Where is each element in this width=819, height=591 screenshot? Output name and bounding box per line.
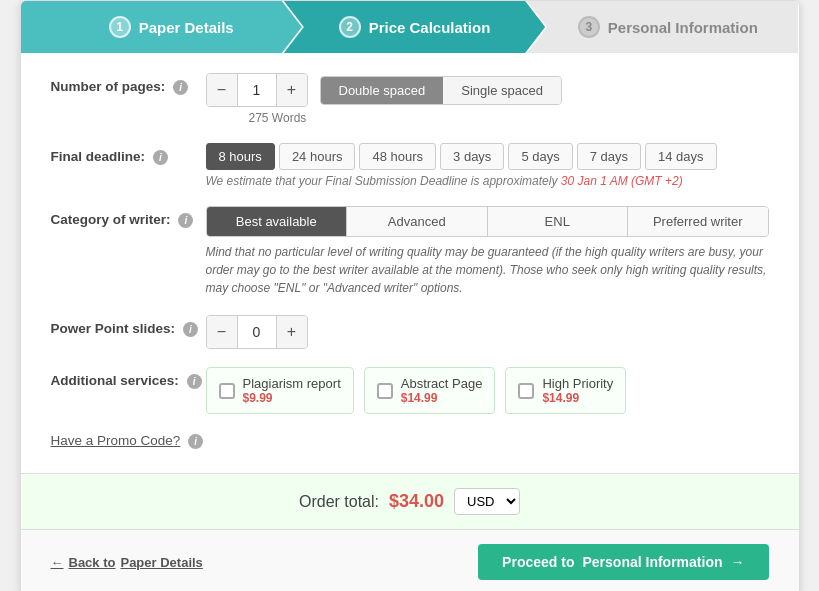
additional-row: Additional services: i Plagiarism report… (51, 367, 769, 414)
writer-preferred-button[interactable]: Preferred writer (628, 207, 768, 236)
writer-controls: Best available Advanced ENL Preferred wr… (206, 206, 769, 297)
writer-label: Category of writer: i (51, 206, 206, 228)
deadline-7d-button[interactable]: 7 days (577, 143, 641, 170)
order-total-value: $34.00 (389, 491, 444, 512)
deadline-group: 8 hours 24 hours 48 hours 3 days 5 days … (206, 143, 769, 170)
spacing-group: Double spaced Single spaced (320, 76, 562, 105)
step-price-calculation[interactable]: 2 Price Calculation (284, 1, 545, 53)
deadline-info-icon[interactable]: i (153, 150, 168, 165)
pages-info-icon[interactable]: i (173, 80, 188, 95)
deadline-row: Final deadline: i 8 hours 24 hours 48 ho… (51, 143, 769, 188)
deadline-controls: 8 hours 24 hours 48 hours 3 days 5 days … (206, 143, 769, 188)
deadline-14d-button[interactable]: 14 days (645, 143, 717, 170)
step-personal-info[interactable]: 3 Personal Information (527, 1, 798, 53)
pages-value-input[interactable] (237, 74, 277, 106)
slides-controls: − + (206, 315, 769, 349)
pages-minus-button[interactable]: − (207, 74, 237, 106)
pages-plus-button[interactable]: + (277, 74, 307, 106)
deadline-5d-button[interactable]: 5 days (508, 143, 572, 170)
services-group: Plagiarism report $9.99 Abstract Page $1… (206, 367, 769, 414)
deadline-3d-button[interactable]: 3 days (440, 143, 504, 170)
plagiarism-checkbox[interactable] (219, 383, 235, 399)
deadline-24h-button[interactable]: 24 hours (279, 143, 356, 170)
words-label: 275 Words (249, 111, 769, 125)
form-area: Number of pages: i − + Double spaced Sin… (21, 53, 799, 473)
deadline-note: We estimate that your Final Submission D… (206, 174, 769, 188)
plagiarism-text: Plagiarism report $9.99 (243, 376, 341, 405)
promo-row: Have a Promo Code? i (51, 432, 769, 449)
proceed-arrow-icon: → (731, 554, 745, 570)
order-total-label: Order total: (299, 493, 379, 511)
highpriority-service[interactable]: High Priority $14.99 (505, 367, 626, 414)
writer-advanced-button[interactable]: Advanced (347, 207, 488, 236)
step-paper-details[interactable]: 1 Paper Details (21, 1, 302, 53)
abstract-service[interactable]: Abstract Page $14.99 (364, 367, 496, 414)
deadline-48h-button[interactable]: 48 hours (359, 143, 436, 170)
promo-link[interactable]: Have a Promo Code? (51, 433, 181, 448)
step-1-label: Paper Details (139, 19, 234, 36)
single-spaced-button[interactable]: Single spaced (443, 77, 561, 104)
slides-value-input[interactable] (237, 316, 277, 348)
proceed-link-text: Personal Information (582, 554, 722, 570)
highpriority-checkbox[interactable] (518, 383, 534, 399)
additional-label: Additional services: i (51, 367, 206, 389)
highpriority-text: High Priority $14.99 (542, 376, 613, 405)
abstract-text: Abstract Page $14.99 (401, 376, 483, 405)
order-total-bar: Order total: $34.00 USD (21, 473, 799, 529)
main-container: 1 Paper Details 2 Price Calculation 3 Pe… (20, 0, 800, 591)
slides-plus-button[interactable]: + (277, 316, 307, 348)
step-1-circle: 1 (109, 16, 131, 38)
step-3-circle: 3 (578, 16, 600, 38)
writer-best-button[interactable]: Best available (207, 207, 348, 236)
writer-note: Mind that no particular level of writing… (206, 243, 769, 297)
deadline-8h-button[interactable]: 8 hours (206, 143, 275, 170)
slides-minus-button[interactable]: − (207, 316, 237, 348)
plagiarism-service[interactable]: Plagiarism report $9.99 (206, 367, 354, 414)
promo-info-icon[interactable]: i (188, 434, 203, 449)
slides-row: Power Point slides: i − + (51, 315, 769, 349)
pages-row: Number of pages: i − + Double spaced Sin… (51, 73, 769, 125)
slides-info-icon[interactable]: i (183, 322, 198, 337)
deadline-highlight: 30 Jan 1 AM (GMT +2) (561, 174, 683, 188)
slides-label: Power Point slides: i (51, 315, 206, 337)
writer-group: Best available Advanced ENL Preferred wr… (206, 206, 769, 237)
back-link[interactable]: ← Back to Paper Details (51, 555, 203, 570)
pages-stepper: − + (206, 73, 308, 107)
slides-stepper: − + (206, 315, 308, 349)
abstract-checkbox[interactable] (377, 383, 393, 399)
pages-label: Number of pages: i (51, 73, 206, 95)
pages-controls: − + Double spaced Single spaced 275 Word… (206, 73, 769, 125)
deadline-label: Final deadline: i (51, 143, 206, 165)
writer-row: Category of writer: i Best available Adv… (51, 206, 769, 297)
writer-enl-button[interactable]: ENL (488, 207, 629, 236)
steps-header: 1 Paper Details 2 Price Calculation 3 Pe… (21, 1, 799, 53)
step-2-label: Price Calculation (369, 19, 491, 36)
step-3-label: Personal Information (608, 19, 758, 36)
proceed-button[interactable]: Proceed to Personal Information → (478, 544, 768, 580)
step-2-circle: 2 (339, 16, 361, 38)
writer-info-icon[interactable]: i (178, 213, 193, 228)
back-to-text: Back to (69, 555, 116, 570)
footer-bar: ← Back to Paper Details Proceed to Perso… (21, 529, 799, 591)
double-spaced-button[interactable]: Double spaced (321, 77, 444, 104)
proceed-text: Proceed to (502, 554, 574, 570)
back-paper-details-text: Paper Details (120, 555, 202, 570)
currency-select[interactable]: USD (454, 488, 520, 515)
back-arrow-icon: ← (51, 555, 64, 570)
additional-info-icon[interactable]: i (187, 374, 202, 389)
additional-controls: Plagiarism report $9.99 Abstract Page $1… (206, 367, 769, 414)
